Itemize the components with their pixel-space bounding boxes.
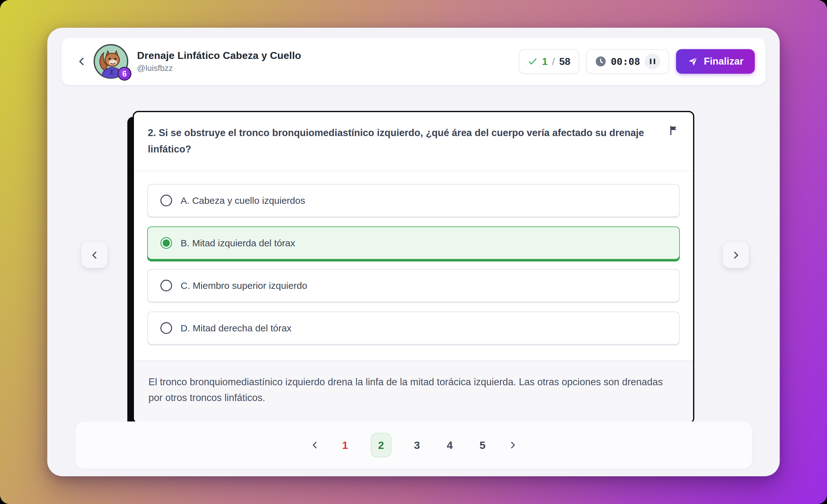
answer-option-label: B. Mitad izquierda del tórax: [181, 238, 295, 249]
pagination-next-button[interactable]: [508, 440, 518, 450]
svg-text:Σ: Σ: [110, 69, 114, 75]
quiz-app-card: Σ 6 Drenaje Linfático Cabeza y Cuello @l…: [47, 28, 780, 476]
explanation-text: El tronco bronquiomediastínico izquierdo…: [134, 360, 693, 422]
page-button-1[interactable]: 1: [338, 433, 352, 457]
timer-value: 00:08: [611, 56, 640, 67]
page-button-2-active[interactable]: 2: [371, 433, 391, 457]
pause-button[interactable]: [644, 54, 660, 69]
progress-separator: /: [552, 56, 555, 67]
radio-icon: [160, 322, 172, 334]
finish-button-label: Finalizar: [704, 56, 743, 67]
chevron-left-icon: [76, 56, 87, 67]
page-button-4[interactable]: 4: [442, 433, 457, 457]
page-button-3[interactable]: 3: [410, 433, 424, 457]
answer-option-label: D. Mitad derecha del tórax: [181, 323, 292, 334]
app-background: Σ 6 Drenaje Linfático Cabeza y Cuello @l…: [0, 0, 827, 504]
pause-icon: [650, 59, 655, 64]
radio-icon: [160, 280, 172, 291]
answer-option-d[interactable]: D. Mitad derecha del tórax: [147, 311, 680, 345]
progress-total: 58: [559, 56, 571, 67]
progress-pill: 1 / 58: [519, 49, 579, 74]
chevron-right-icon: [731, 250, 741, 260]
level-badge: 6: [117, 67, 132, 81]
question-header: 2. Si se obstruye el tronco bronquiomedi…: [134, 112, 693, 171]
back-button[interactable]: [72, 52, 91, 71]
answer-option-label: A. Cabeza y cuello izquierdos: [181, 195, 305, 206]
pagination-bar: 1 2 3 4 5: [76, 421, 752, 469]
clock-icon: [595, 56, 606, 67]
quiz-author: @luisfbzz: [137, 63, 301, 73]
question-text: 2. Si se obstruye el tronco bronquiomedi…: [148, 125, 646, 157]
chevron-left-icon: [310, 440, 320, 450]
quiz-titles: Drenaje Linfático Cabeza y Cuello @luisf…: [137, 50, 301, 73]
page-button-5[interactable]: 5: [475, 433, 490, 457]
radio-icon: [160, 195, 172, 206]
pagination-prev-button[interactable]: [310, 440, 320, 450]
quiz-title: Drenaje Linfático Cabeza y Cuello: [137, 50, 301, 61]
answer-option-c[interactable]: C. Miembro superior izquierdo: [147, 269, 680, 302]
chevron-left-icon: [90, 250, 100, 260]
send-icon: [687, 56, 698, 67]
timer-pill: 00:08: [586, 49, 669, 74]
avatar: Σ 6: [93, 44, 129, 80]
prev-question-button[interactable]: [81, 242, 107, 268]
next-question-button[interactable]: [723, 242, 749, 268]
answer-option-label: C. Miembro superior izquierdo: [181, 280, 307, 291]
question-card: 2. Si se obstruye el tronco bronquiomedi…: [133, 111, 694, 424]
finish-button[interactable]: Finalizar: [676, 49, 755, 74]
answer-option-a[interactable]: A. Cabeza y cuello izquierdos: [147, 184, 680, 217]
chevron-right-icon: [508, 440, 518, 450]
radio-selected-icon: [160, 237, 172, 249]
flag-icon[interactable]: [669, 125, 680, 136]
check-icon: [528, 56, 538, 66]
answer-option-b-selected[interactable]: B. Mitad izquierda del tórax: [147, 226, 680, 260]
answer-options: A. Cabeza y cuello izquierdos B. Mitad i…: [134, 171, 693, 360]
progress-current: 1: [542, 56, 548, 67]
header-bar: Σ 6 Drenaje Linfático Cabeza y Cuello @l…: [61, 38, 766, 85]
